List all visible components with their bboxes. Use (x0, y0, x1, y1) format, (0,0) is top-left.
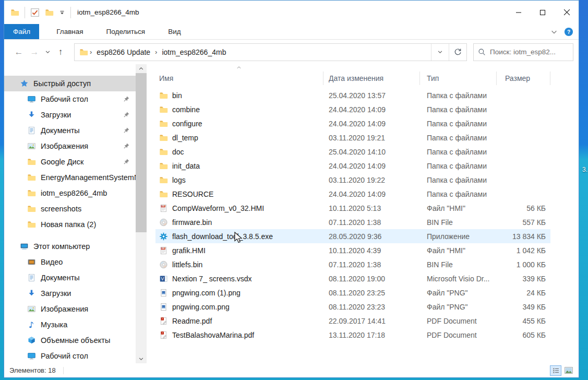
file-row[interactable]: configure24.04.2020 14:09Папка с файлами (155, 116, 550, 130)
sidebar-item[interactable]: Объемные объекты (4, 332, 136, 348)
properties-check-icon[interactable] (30, 8, 40, 17)
file-row[interactable]: init_data24.04.2020 14:09Папка с файлами (155, 159, 550, 173)
sidebar-item[interactable]: EnergyManagementSystemN (4, 170, 136, 185)
file-row[interactable]: TestBalashovaMarina.pdf13.11.2020 17:18P… (155, 328, 550, 342)
sidebar-item[interactable]: Музыка (4, 317, 136, 332)
ribbon-tab[interactable]: Файл (4, 24, 39, 39)
gear-icon (159, 232, 168, 241)
sidebar-item[interactable]: Документы (4, 123, 136, 138)
file-row[interactable]: pngwing.com.png08.11.2020 23:23Файл "PNG… (155, 300, 550, 314)
file-size: 557 КБ (497, 218, 550, 227)
file-size: 13 834 КБ (497, 232, 550, 241)
file-type: Файл "PNG" (420, 303, 497, 311)
scroll-up-button[interactable] (136, 64, 147, 73)
sidebar-item-label: iotm_esp8266_4mb (41, 189, 136, 197)
back-button[interactable]: ← (11, 44, 26, 60)
column-header-label: Имя (159, 74, 173, 82)
refresh-button[interactable] (449, 44, 466, 61)
search-box[interactable] (473, 43, 573, 61)
sidebar-item[interactable]: Рабочий стол (4, 91, 136, 107)
file-date: 28.05.2020 9:36 (323, 232, 420, 241)
maximize-button[interactable] (531, 1, 555, 24)
scroll-down-button[interactable] (136, 354, 147, 363)
sidebar-item[interactable]: Изображения (4, 138, 136, 154)
disc-icon (159, 218, 168, 227)
column-header[interactable]: Тип (420, 72, 497, 85)
sidebar-item-label: Объемные объекты (41, 336, 136, 345)
navigation-toolbar: ← → ↑ ›esp8266 Update›iotm_esp8266_4mb (4, 40, 579, 64)
sidebar-list: Быстрый доступРабочий столЗагрузкиДокуме… (4, 76, 136, 363)
close-button[interactable] (555, 1, 579, 24)
sidebar-item-label: Рабочий стол (41, 352, 136, 360)
file-row[interactable]: bin25.04.2020 13:57Папка с файлами (155, 88, 550, 102)
address-bar[interactable]: ›esp8266 Update›iotm_esp8266_4mb (74, 43, 467, 61)
column-header[interactable]: Имя (155, 72, 323, 85)
file-row[interactable]: pngwing.com (1).png08.11.2020 23:25Файл … (155, 286, 550, 300)
file-row[interactable]: dl_temp03.11.2020 19:21Папка с файлами (155, 130, 550, 145)
minimize-button[interactable] (507, 1, 531, 24)
file-type: Папка с файлами (420, 162, 497, 170)
qat-dropdown-icon[interactable] (59, 9, 65, 16)
sidebar-scrollbar[interactable] (136, 64, 147, 363)
thumbnails-view-button[interactable] (563, 365, 574, 376)
column-header[interactable]: Дата изменения (323, 72, 420, 85)
column-header[interactable]: Размер (497, 72, 550, 85)
sidebar-item-label: Документы (41, 126, 136, 135)
file-size: 1 042 КБ (497, 246, 550, 255)
status-bar: Элементов: 18 (4, 363, 579, 377)
ribbon-tab[interactable]: Главная (46, 24, 93, 39)
sidebar-item[interactable]: Видео (4, 254, 136, 270)
file-row[interactable]: littlefs.bin07.11.2020 1:38BIN File1 000… (155, 257, 550, 271)
ribbon-tab[interactable]: Вид (158, 24, 190, 39)
sidebar-item[interactable]: Рабочий стол (4, 348, 136, 363)
file-name: grafik.HMI (172, 246, 206, 255)
svg-text:HMI: HMI (162, 205, 165, 207)
up-button[interactable]: ↑ (53, 44, 68, 60)
file-row[interactable]: logs03.11.2020 19:22Папка с файлами (155, 173, 550, 187)
ribbon-tab[interactable]: Поделиться (97, 24, 155, 39)
file-type: Приложение (420, 232, 497, 241)
sidebar-item[interactable]: Новая папка (2) (4, 217, 136, 232)
pictures-icon (27, 142, 36, 150)
help-icon[interactable]: ? (564, 27, 573, 37)
file-name: doc (172, 148, 184, 156)
documents-icon (27, 126, 36, 135)
sidebar-item[interactable]: iotm_esp8266_4mb (4, 185, 136, 201)
sidebar-item[interactable]: Этот компьютер (4, 239, 136, 254)
file-row[interactable]: firmware.bin07.11.2020 1:38BIN File557 К… (155, 215, 550, 229)
file-size: 455 КБ (497, 317, 550, 325)
file-row[interactable]: Readme.pdf22.09.2017 14:41PDF Document45… (155, 314, 550, 328)
this-pc-icon (20, 242, 29, 251)
folder-icon (159, 148, 168, 156)
sidebar-item[interactable]: Быстрый доступ (4, 76, 136, 91)
pdf-file-icon (159, 317, 168, 325)
collapse-ribbon-icon[interactable] (550, 28, 558, 35)
file-row[interactable]: RESOURCE24.04.2020 14:09Папка с файлами (155, 187, 550, 201)
hmi-file-icon: HMI (159, 204, 168, 212)
forward-button[interactable]: → (27, 44, 42, 60)
file-row[interactable]: HMIgrafik.HMI10.11.2020 4:39Файл "HMI"1 … (155, 243, 550, 257)
window-controls (507, 1, 579, 24)
new-folder-icon[interactable] (45, 8, 54, 17)
file-row[interactable]: VNextion 7_ screens.vsdx08.11.2020 19:00… (155, 271, 550, 286)
sidebar-item[interactable]: Загрузки (4, 286, 136, 301)
file-row[interactable]: combine24.04.2020 14:09Папка с файлами (155, 102, 550, 116)
sidebar-item-label: Быстрый доступ (33, 79, 136, 88)
breadcrumb-segment[interactable]: esp8266 Update (95, 48, 151, 56)
file-date: 24.04.2020 14:09 (323, 190, 420, 198)
search-input[interactable] (490, 48, 569, 56)
sidebar-item[interactable]: screenshots (4, 201, 136, 217)
file-row[interactable]: flash_download_tool_3.8.5.exe28.05.2020 … (155, 229, 550, 243)
breadcrumb-segment[interactable]: iotm_esp8266_4mb (161, 48, 227, 56)
sidebar-item[interactable]: Google Диск (4, 154, 136, 170)
history-dropdown-icon[interactable] (43, 44, 52, 60)
sidebar-item[interactable]: Изображения (4, 301, 136, 317)
file-row[interactable]: doc25.04.2020 14:10Папка с файлами (155, 145, 550, 159)
file-row[interactable]: HMICompWaveform_v0_32.HMI10.11.2020 5:13… (155, 201, 550, 215)
details-view-button[interactable] (550, 365, 561, 376)
scrollbar-thumb[interactable] (136, 73, 147, 232)
refresh-icon (454, 48, 462, 56)
address-dropdown-button[interactable] (431, 44, 449, 61)
sidebar-item[interactable]: Загрузки (4, 107, 136, 123)
sidebar-item[interactable]: Документы (4, 270, 136, 286)
